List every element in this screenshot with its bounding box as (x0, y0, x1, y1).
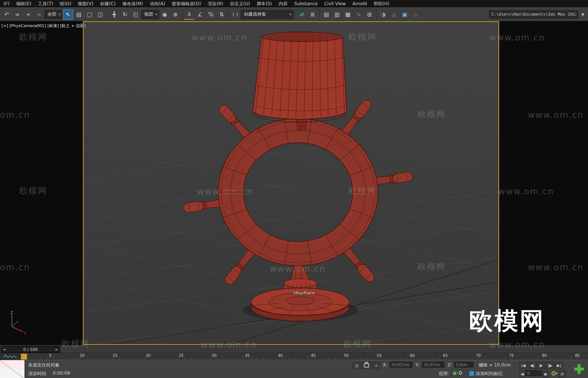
add-time-tag-button[interactable]: 添加时间标记 (476, 371, 503, 377)
menu-item[interactable]: 组(G) (56, 0, 75, 7)
material-editor-icon[interactable] (378, 9, 388, 20)
menu-item[interactable]: Substance (291, 0, 321, 7)
rectangular-selection-icon[interactable] (84, 9, 95, 20)
object-label[interactable]: VRayPlane (287, 291, 321, 295)
menu-item[interactable]: 工具(T) (35, 0, 56, 7)
maxscript-mini-listener[interactable] (0, 360, 25, 378)
track-bar[interactable]: 510152025303540455055606570758085 (0, 353, 588, 360)
scene-explorer-icon[interactable] (321, 9, 332, 20)
current-frame-field[interactable] (526, 370, 542, 376)
schematic-view-icon[interactable] (364, 9, 375, 20)
mirror-icon[interactable] (297, 9, 307, 20)
unlink-selection-icon[interactable] (23, 9, 33, 20)
use-pivot-center-icon[interactable] (159, 9, 170, 20)
add-button[interactable] (572, 362, 586, 376)
trackbar-tick-label: 80 (542, 353, 547, 358)
mini-curve-editor-button[interactable] (0, 353, 20, 360)
camera-viewport[interactable]: VRayPlane (83, 21, 499, 345)
key-mode-icon[interactable] (552, 371, 556, 375)
project-path-field[interactable] (489, 10, 578, 19)
enable-on-indicator[interactable] (453, 371, 457, 375)
viewport-label[interactable]: [+] [PhysCamera001] [标准] [粘土 + 边面] (1, 23, 85, 29)
toolbar-separator (107, 10, 107, 19)
spinner-snap-icon[interactable] (216, 9, 227, 20)
select-and-rotate-icon[interactable] (120, 9, 130, 20)
menu-item[interactable]: 内容 (275, 0, 291, 7)
path-dropdown-icon[interactable]: ▾ (579, 9, 587, 20)
frame-increment-icon[interactable] (543, 370, 549, 378)
time-configuration-icon[interactable] (558, 370, 566, 378)
previous-frame-button[interactable] (528, 362, 537, 369)
select-object-button[interactable] (63, 9, 73, 20)
enable-label: 启用: (439, 371, 449, 377)
toolbar-separator (182, 10, 182, 19)
time-slider-handle[interactable] (21, 353, 27, 360)
select-and-scale-icon[interactable] (130, 9, 141, 20)
render-production-icon[interactable] (410, 9, 421, 20)
angle-snap-icon[interactable] (195, 9, 205, 20)
undo-icon[interactable] (1, 9, 12, 20)
menu-item[interactable]: Arnold (349, 0, 370, 7)
render-time-label: 渲染时间 (28, 371, 46, 377)
absolute-offset-toggle-icon[interactable] (372, 362, 381, 369)
edit-named-selection-sets-icon[interactable] (230, 9, 240, 20)
x-coord-field[interactable] (390, 362, 413, 368)
lock-icon (364, 363, 369, 368)
select-and-move-icon[interactable] (109, 9, 119, 20)
menu-item[interactable]: 视图(V) (75, 0, 97, 7)
next-frame-icon[interactable]: ► (54, 348, 60, 351)
select-and-manipulate-icon[interactable] (170, 9, 181, 20)
ribbon-toggle-icon[interactable] (343, 9, 353, 20)
grid-spacing-text: 栅格 = 10.0cm (479, 362, 511, 368)
menu-item[interactable]: 自定义(U) (227, 0, 253, 7)
prev-frame-icon[interactable]: ◄ (1, 348, 7, 351)
align-icon[interactable] (307, 9, 318, 20)
selection-lock-button[interactable] (362, 362, 371, 369)
z-coord-label: Z: (448, 362, 452, 368)
trackbar-tick-label: 70 (476, 353, 481, 358)
menu-item[interactable]: 帮助(H) (370, 0, 392, 7)
named-selection-sets-dropdown[interactable]: 创建选择集 ▾ (241, 10, 293, 19)
y-coord-field[interactable] (422, 362, 445, 368)
menu-item[interactable]: 编辑(E) (13, 0, 35, 7)
frame-decrement-icon[interactable] (519, 370, 526, 378)
snap-toggle-3d-button[interactable]: 3 (184, 9, 194, 20)
window-crossing-icon[interactable] (95, 9, 106, 20)
menu-item[interactable]: 动画(A) (146, 0, 169, 7)
menu-item[interactable]: 渲染(R) (204, 0, 227, 7)
go-to-end-button[interactable] (555, 362, 563, 369)
z-coord-field[interactable] (454, 362, 474, 368)
trackbar-tick-label: 75 (509, 353, 514, 358)
time-slider-widget[interactable]: ◄ 0 / 100 ► (1, 346, 60, 353)
next-frame-button[interactable] (546, 362, 555, 369)
time-slider-row: ◄ 0 / 100 ► (0, 345, 588, 353)
toolbar-separator (319, 10, 320, 19)
rendered-frame-window-icon[interactable] (400, 9, 410, 20)
menu-item[interactable]: 创建(C) (97, 0, 119, 7)
percent-snap-icon[interactable] (206, 9, 216, 20)
menu-item[interactable]: Civil View (321, 0, 349, 7)
select-and-link-icon[interactable] (12, 9, 23, 20)
select-by-name-icon[interactable] (74, 9, 84, 20)
menu-item[interactable]: (F) (0, 0, 13, 7)
reference-coordinate-value: 视图 (144, 11, 153, 17)
bind-to-spacewarp-icon[interactable] (34, 9, 44, 20)
trackbar-tick-label: 35 (245, 353, 250, 358)
play-button[interactable] (537, 362, 546, 369)
main-toolbar: 全部 ▾ 视图 ▾ 3 创建选择集 ▾ (0, 7, 588, 21)
go-to-start-button[interactable] (519, 362, 528, 369)
reference-coordinate-dropdown[interactable]: 视图 ▾ (141, 10, 159, 19)
named-selection-sets-value: 创建选择集 (244, 11, 287, 17)
isolate-selection-icon[interactable] (352, 362, 361, 369)
render-setup-icon[interactable] (389, 9, 399, 20)
curve-editor-icon[interactable] (353, 9, 364, 20)
layer-explorer-icon[interactable] (332, 9, 342, 20)
chevron-down-icon: ▾ (59, 12, 61, 16)
selection-filter-value: 全部 (48, 11, 56, 17)
menu-item[interactable]: 图形编辑器(D) (168, 0, 204, 7)
menu-item[interactable]: 脚本(S) (253, 0, 275, 7)
menu-item[interactable]: 修改器(M) (119, 0, 146, 7)
selection-filter-dropdown[interactable]: 全部 ▾ (45, 10, 62, 19)
enable-off-indicator[interactable] (459, 371, 462, 375)
trackbar-tick-label: 5 (49, 353, 51, 358)
